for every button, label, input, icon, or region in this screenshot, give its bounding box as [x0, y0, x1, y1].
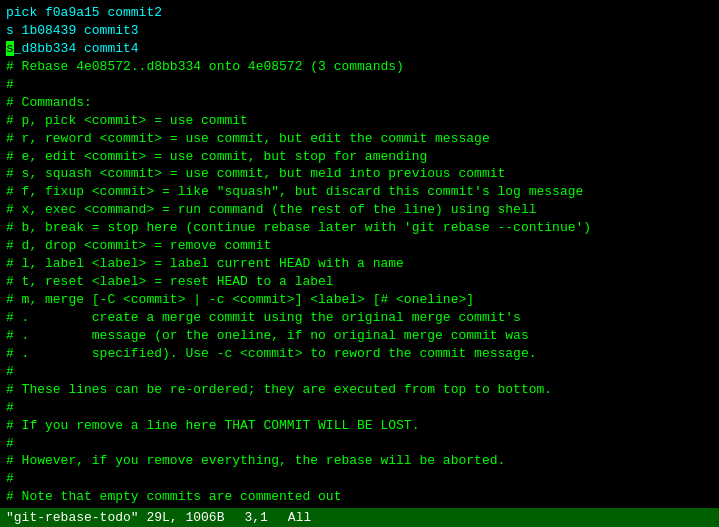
- file-info: "git-rebase-todo" 29L, 1006B: [6, 510, 224, 525]
- scroll-position: All: [288, 510, 311, 525]
- line-hash4: #: [6, 435, 713, 453]
- line-label: # l, label <label> = label current HEAD …: [6, 255, 713, 273]
- line-squash2: s_d8bb334 commit4: [6, 40, 713, 58]
- line-merge1: # . create a merge commit using the orig…: [6, 309, 713, 327]
- line-drop: # d, drop <commit> = remove commit: [6, 237, 713, 255]
- line-fixup: # f, fixup <commit> = like "squash", but…: [6, 183, 713, 201]
- cursor-position: 3,1: [244, 510, 267, 525]
- line-merge3: # . specified). Use -c <commit> to rewor…: [6, 345, 713, 363]
- line-pick1: pick f0a9a15 commit2: [6, 4, 713, 22]
- line-squash: s 1b08439 commit3: [6, 22, 713, 40]
- line-hash5: #: [6, 470, 713, 488]
- line-commands: # Commands:: [6, 94, 713, 112]
- line-lost: # If you remove a line here THAT COMMIT …: [6, 417, 713, 435]
- line-merge2: # . message (or the oneline, if no origi…: [6, 327, 713, 345]
- terminal: pick f0a9a15 commit2s 1b08439 commit3s_d…: [0, 0, 719, 527]
- line-pick: # p, pick <commit> = use commit: [6, 112, 713, 130]
- line-rebase: # Rebase 4e08572..d8bb334 onto 4e08572 (…: [6, 58, 713, 76]
- line-note: # Note that empty commits are commented …: [6, 488, 713, 506]
- line-hash2: #: [6, 363, 713, 381]
- line-merge: # m, merge [-C <commit> | -c <commit>] <…: [6, 291, 713, 309]
- line-reorder: # These lines can be re-ordered; they ar…: [6, 381, 713, 399]
- line-aborted: # However, if you remove everything, the…: [6, 452, 713, 470]
- line-reset: # t, reset <label> = reset HEAD to a lab…: [6, 273, 713, 291]
- line-hash1: #: [6, 76, 713, 94]
- line-break: # b, break = stop here (continue rebase …: [6, 219, 713, 237]
- line-squash-help: # s, squash <commit> = use commit, but m…: [6, 165, 713, 183]
- line-hash3: #: [6, 399, 713, 417]
- line-exec: # x, exec <command> = run command (the r…: [6, 201, 713, 219]
- line-reword: # r, reword <commit> = use commit, but e…: [6, 130, 713, 148]
- status-bar: "git-rebase-todo" 29L, 1006B 3,1 All: [0, 508, 719, 527]
- line-edit: # e, edit <commit> = use commit, but sto…: [6, 148, 713, 166]
